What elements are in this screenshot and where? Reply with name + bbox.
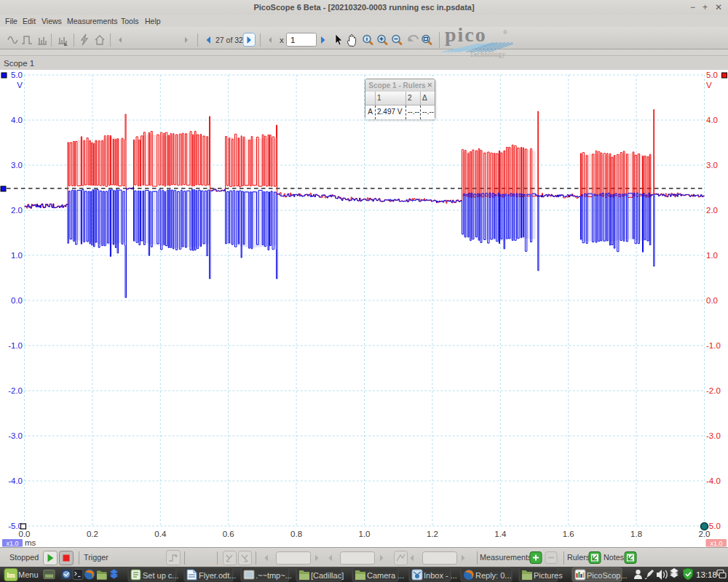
- svg-text:2.0: 2.0: [706, 206, 718, 215]
- svg-text:x: x: [280, 36, 284, 44]
- svg-text:-4.0: -4.0: [706, 477, 721, 485]
- svg-text:Notes: Notes: [604, 553, 625, 562]
- svg-text:1: 1: [290, 36, 295, 44]
- svg-text:-2.0: -2.0: [8, 386, 23, 395]
- svg-text:-3.0: -3.0: [8, 431, 23, 440]
- svg-text:x1.0: x1.0: [6, 540, 18, 547]
- svg-text:1.0: 1.0: [11, 251, 23, 260]
- svg-text:ms: ms: [25, 538, 36, 547]
- svg-text:2.0: 2.0: [11, 206, 23, 215]
- svg-text:-4.0: -4.0: [8, 477, 23, 485]
- svg-text:13:18: 13:18: [696, 570, 717, 579]
- svg-text:Set up c...: Set up c...: [143, 571, 179, 580]
- svg-text:0.8: 0.8: [290, 530, 302, 538]
- svg-text:Measurements: Measurements: [480, 553, 532, 562]
- svg-text:-3.0: -3.0: [706, 431, 721, 440]
- svg-text:Camera ...: Camera ...: [367, 571, 404, 580]
- svg-text:0.2: 0.2: [87, 530, 98, 538]
- svg-text:-1.0: -1.0: [706, 341, 721, 350]
- svg-text:Reply: 0...: Reply: 0...: [475, 571, 512, 580]
- svg-text:Pictures: Pictures: [534, 571, 563, 580]
- svg-text:Inbox - ...: Inbox - ...: [424, 571, 457, 580]
- svg-text:5.0: 5.0: [706, 71, 718, 79]
- svg-text:0.6: 0.6: [223, 530, 234, 538]
- svg-text:-1.0: -1.0: [8, 341, 23, 350]
- svg-text:0.0: 0.0: [11, 296, 23, 305]
- svg-text:PicoScop...: PicoScop...: [587, 571, 628, 580]
- svg-text:V: V: [706, 81, 712, 89]
- svg-text:[Cadillac]: [Cadillac]: [311, 571, 344, 580]
- svg-text:4.0: 4.0: [11, 116, 23, 124]
- svg-text:2.0: 2.0: [699, 530, 711, 538]
- svg-text:1.4: 1.4: [494, 530, 507, 538]
- svg-text:0.4: 0.4: [154, 530, 167, 538]
- svg-text:1.6: 1.6: [563, 530, 574, 538]
- svg-text:x1.0: x1.0: [710, 540, 722, 547]
- svg-text:Menu: Menu: [18, 570, 39, 579]
- svg-text:1.2: 1.2: [427, 530, 438, 538]
- svg-text:0.0: 0.0: [19, 530, 31, 538]
- svg-text:5.0: 5.0: [11, 71, 23, 79]
- svg-text:4.0: 4.0: [706, 116, 718, 124]
- svg-text:Stopped: Stopped: [9, 553, 39, 562]
- svg-text:Rulers: Rulers: [567, 553, 590, 562]
- svg-text:-2.0: -2.0: [706, 386, 721, 395]
- svg-text:1.0: 1.0: [706, 251, 718, 260]
- svg-text:27 of 32: 27 of 32: [215, 36, 243, 44]
- svg-text:.~~tmp~...: .~~tmp~...: [256, 571, 292, 580]
- svg-text:3.0: 3.0: [11, 161, 23, 170]
- svg-text:1.0: 1.0: [359, 530, 371, 538]
- svg-text:Flyer.odt...: Flyer.odt...: [199, 571, 236, 580]
- svg-text:Trigger: Trigger: [84, 553, 108, 562]
- svg-text:0.0: 0.0: [706, 296, 718, 305]
- svg-text:3.0: 3.0: [706, 161, 718, 170]
- svg-text:lm: lm: [7, 571, 15, 579]
- svg-text:V: V: [17, 81, 23, 89]
- svg-text:1.8: 1.8: [630, 530, 642, 538]
